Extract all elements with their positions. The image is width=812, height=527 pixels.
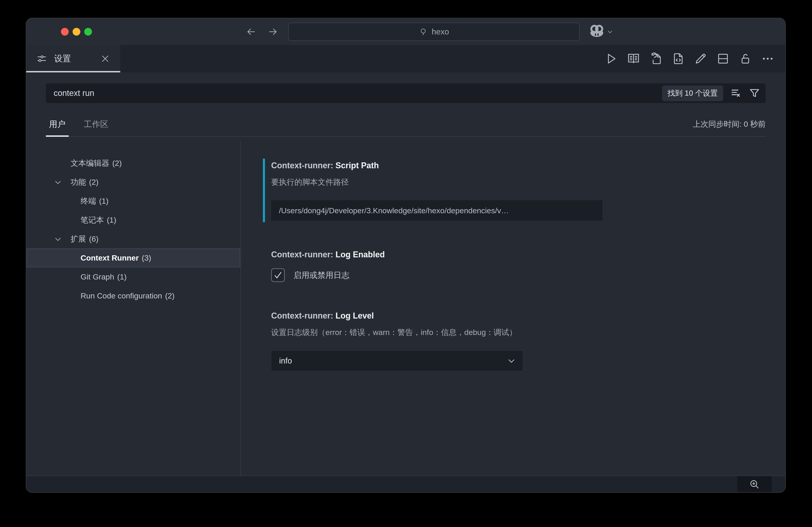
tree-item-run-code-configuration[interactable]: Run Code configuration (2) <box>27 286 240 305</box>
setting-script-path: Context-runner: Script Path 要执行的脚本文件路径 /… <box>271 160 766 221</box>
command-center-search[interactable]: hexo <box>288 23 580 41</box>
tab-settings-label: 设置 <box>54 53 71 65</box>
unlock-icon[interactable] <box>739 52 752 65</box>
editor-actions <box>605 45 785 72</box>
log-enabled-checkbox[interactable] <box>271 268 285 282</box>
bottom-bar <box>26 475 785 492</box>
modified-indicator <box>263 159 265 222</box>
setting-log-enabled: Context-runner: Log Enabled 启用或禁用日志 <box>271 249 766 282</box>
zoom-in-button[interactable] <box>737 476 772 492</box>
setting-title: Context-runner: Log Enabled <box>271 249 766 260</box>
tab-workspace[interactable]: 工作区 <box>81 119 112 136</box>
tree-item-features[interactable]: 功能 (2) <box>27 173 240 191</box>
search-icon <box>419 27 428 36</box>
script-path-input[interactable]: /Users/dong4j/Developer/3.Knowledge/site… <box>271 200 603 221</box>
json-file-icon[interactable] <box>672 52 685 65</box>
settings-sliders-icon <box>36 53 47 64</box>
settings-scope-tabs: 用户 工作区 上次同步时间: 0 秒前 <box>46 109 766 137</box>
setting-description: 要执行的脚本文件路径 <box>271 177 766 187</box>
copilot-icon <box>589 25 604 39</box>
tree-item-git-graph[interactable]: Git Graph (1) <box>27 267 240 286</box>
chevron-down-icon <box>607 28 613 35</box>
tree-item-context-runner[interactable]: Context Runner (3) <box>27 248 240 267</box>
tab-settings[interactable]: 设置 <box>26 45 120 72</box>
vscode-settings-window: hexo <box>26 18 786 493</box>
play-icon[interactable] <box>605 52 618 65</box>
setting-description: 设置日志级别（error：错误，warn：警告，info：信息，debug：调试… <box>271 327 766 337</box>
log-level-select[interactable]: info <box>271 351 523 371</box>
settings-tree: 文本编辑器 (2) 功能 (2) 终端 (1) 笔记本 (1) <box>26 141 241 475</box>
minimize-window-button[interactable] <box>73 28 80 35</box>
settings-editor: context run 找到 10 个设置 用户 工作区 上次同步时间: 0 秒… <box>26 72 785 475</box>
tree-item-text-editor[interactable]: 文本编辑器 (2) <box>27 154 240 173</box>
file-sync-icon[interactable] <box>649 52 663 65</box>
sync-status: 上次同步时间: 0 秒前 <box>693 119 766 136</box>
chevron-down-icon <box>54 235 62 243</box>
settings-search-input[interactable]: context run 找到 10 个设置 <box>46 83 766 103</box>
traffic-lights <box>61 28 92 35</box>
checkbox-label: 启用或禁用日志 <box>293 270 349 281</box>
clear-filter-icon[interactable] <box>730 87 742 99</box>
settings-search-value: context run <box>54 88 656 98</box>
close-window-button[interactable] <box>61 28 69 35</box>
tree-item-notebook[interactable]: 笔记本 (1) <box>27 211 240 229</box>
back-arrow-icon[interactable] <box>245 26 257 38</box>
settings-list: Context-runner: Script Path 要执行的脚本文件路径 /… <box>241 141 785 475</box>
ellipsis-icon[interactable] <box>761 52 774 65</box>
pencil-icon[interactable] <box>694 52 707 65</box>
setting-title: Context-runner: Log Level <box>271 310 766 321</box>
chevron-down-icon <box>507 356 516 365</box>
zoom-window-button[interactable] <box>84 28 92 35</box>
title-bar: hexo <box>26 18 785 45</box>
copilot-menu[interactable] <box>589 25 613 39</box>
tree-item-terminal[interactable]: 终端 (1) <box>27 191 240 211</box>
result-count-badge: 找到 10 个设置 <box>662 85 723 101</box>
close-icon[interactable] <box>100 54 110 64</box>
log-level-value: info <box>279 356 292 365</box>
split-editor-icon[interactable] <box>716 52 730 65</box>
zoom-in-icon <box>749 479 760 490</box>
tree-item-extensions[interactable]: 扩展 (6) <box>27 229 240 248</box>
check-icon <box>273 270 283 280</box>
setting-title: Context-runner: Script Path <box>271 160 766 171</box>
filter-funnel-icon[interactable] <box>748 87 760 99</box>
chevron-down-icon <box>54 178 62 187</box>
setting-log-level: Context-runner: Log Level 设置日志级别（error：错… <box>271 310 766 371</box>
tab-user[interactable]: 用户 <box>46 119 69 136</box>
book-icon[interactable] <box>627 52 640 65</box>
forward-arrow-icon[interactable] <box>267 26 279 38</box>
editor-tab-bar: 设置 <box>26 45 785 72</box>
command-center-label: hexo <box>432 27 449 36</box>
